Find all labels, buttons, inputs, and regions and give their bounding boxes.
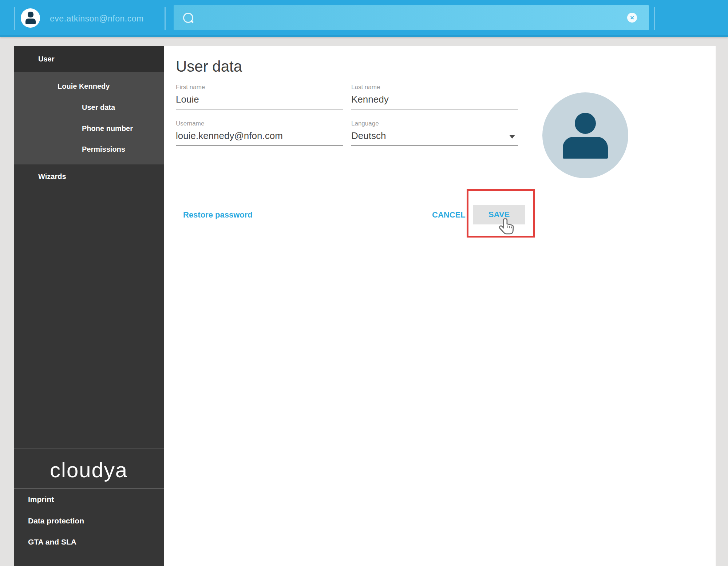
- main-content: User data First name Last name Username …: [164, 46, 716, 566]
- first-name-input[interactable]: [176, 93, 343, 105]
- username-input[interactable]: [176, 129, 343, 142]
- user-profile-avatar: [542, 92, 628, 178]
- cloudya-logo: cloudya: [14, 452, 164, 487]
- first-name-field-wrap: First name: [176, 83, 343, 109]
- search-input[interactable]: [195, 5, 626, 31]
- save-button[interactable]: SAVE: [473, 205, 525, 224]
- sidebar: User Louie Kennedy User data Phone numbe…: [14, 46, 164, 566]
- search-bar[interactable]: ×: [174, 5, 649, 30]
- divider: [165, 7, 166, 30]
- sidebar-link-gta-and-sla[interactable]: GTA and SLA: [28, 537, 76, 547]
- sidebar-item-user-data[interactable]: User data: [82, 102, 115, 112]
- avatar-head-shape: [28, 12, 33, 17]
- cloudya-admin-page: eve.atkinson@nfon.com × User Louie Kenne…: [0, 0, 728, 566]
- page-title: User data: [176, 58, 242, 75]
- sidebar-link-data-protection[interactable]: Data protection: [28, 516, 84, 526]
- last-name-field-wrap: Last name: [351, 83, 518, 109]
- sidebar-item-louie-kennedy[interactable]: Louie Kennedy: [58, 81, 110, 91]
- chevron-down-icon[interactable]: [509, 135, 515, 139]
- sidebar-item-wizards[interactable]: Wizards: [38, 171, 66, 182]
- avatar-body-shape: [25, 19, 36, 24]
- first-name-label: First name: [176, 83, 343, 91]
- account-avatar-icon[interactable]: [21, 8, 40, 28]
- search-icon: [183, 13, 193, 23]
- divider: [14, 7, 15, 30]
- divider: [14, 488, 164, 489]
- username-label: Username: [176, 120, 343, 128]
- last-name-label: Last name: [351, 83, 518, 91]
- avatar-head-shape: [575, 113, 596, 134]
- language-field-wrap: Language Deutsch: [351, 120, 518, 146]
- language-label: Language: [351, 120, 518, 128]
- close-icon[interactable]: ×: [627, 13, 637, 23]
- sidebar-item-label: User: [38, 55, 54, 63]
- language-select[interactable]: Deutsch: [351, 129, 518, 142]
- sidebar-link-imprint[interactable]: Imprint: [28, 494, 54, 505]
- username-field-wrap: Username: [176, 120, 343, 146]
- account-email[interactable]: eve.atkinson@nfon.com: [50, 0, 144, 37]
- avatar-body-shape: [563, 137, 608, 159]
- last-name-input[interactable]: [351, 93, 518, 105]
- topbar: eve.atkinson@nfon.com ×: [0, 0, 728, 37]
- sidebar-item-phone-number[interactable]: Phone number: [82, 123, 133, 133]
- sidebar-item-permissions[interactable]: Permissions: [82, 144, 125, 154]
- sidebar-item-user[interactable]: User: [14, 46, 164, 72]
- restore-password-link[interactable]: Restore password: [183, 210, 253, 220]
- cancel-button[interactable]: CANCEL: [432, 210, 466, 220]
- divider: [654, 7, 655, 30]
- divider: [14, 449, 164, 449]
